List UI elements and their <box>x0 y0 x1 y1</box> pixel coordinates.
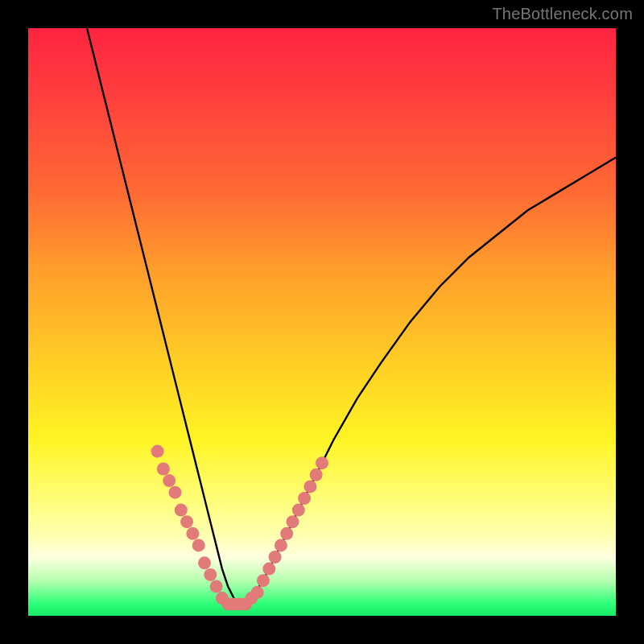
curve-marker <box>310 469 323 481</box>
curve-marker <box>163 474 175 487</box>
curve-markers <box>151 445 328 611</box>
curve-marker <box>169 486 182 499</box>
bottleneck-curve-svg <box>28 28 616 616</box>
curve-marker <box>298 492 311 505</box>
curve-marker <box>287 515 299 528</box>
curve-marker <box>204 568 217 581</box>
curve-marker <box>292 504 305 517</box>
bottleneck-curve-line <box>87 28 616 604</box>
curve-marker <box>157 463 170 476</box>
curve-marker <box>180 515 193 528</box>
curve-marker <box>192 539 205 551</box>
curve-marker <box>280 527 293 540</box>
curve-marker <box>251 586 264 599</box>
chart-frame: TheBottleneck.com <box>0 0 644 644</box>
watermark-text: TheBottleneck.com <box>492 5 633 23</box>
curve-marker <box>175 504 188 517</box>
curve-marker <box>269 551 282 564</box>
curve-marker <box>316 456 328 469</box>
curve-marker <box>257 574 270 587</box>
curve-marker <box>275 539 287 551</box>
curve-marker <box>186 527 199 540</box>
plot-area <box>28 28 616 616</box>
curve-marker <box>198 556 211 569</box>
curve-marker <box>151 445 164 458</box>
curve-marker <box>303 480 316 493</box>
curve-marker <box>262 563 275 576</box>
curve-marker <box>210 580 223 593</box>
